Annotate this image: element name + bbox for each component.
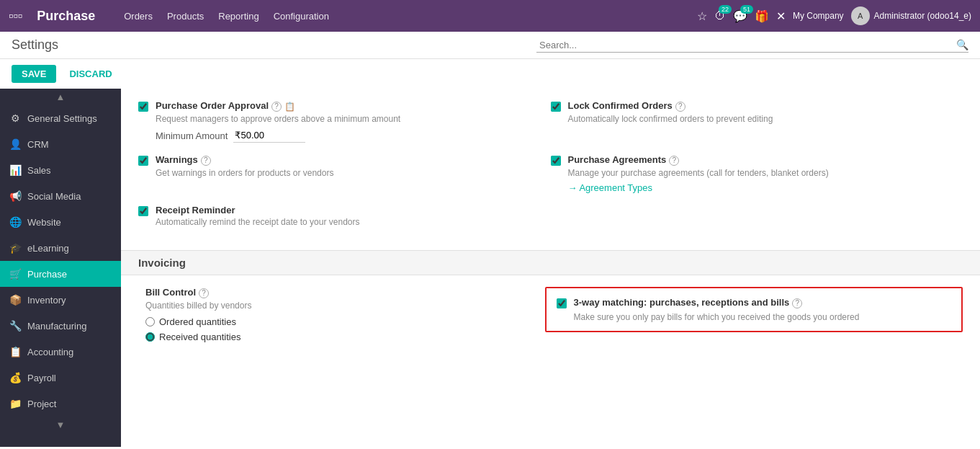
navbar-right: ☆ ⏱ 22 💬 51 🎁 ✕ My Company A Administrat…	[697, 6, 971, 25]
receipt-reminder-label: Receipt Reminder	[156, 205, 235, 215]
sidebar-item-manufacturing[interactable]: 🔧 Manufacturing	[0, 313, 121, 339]
sidebar-item-accounting[interactable]: 📋 Accounting	[0, 339, 121, 365]
bill-control-content: Bill Control ? Quantities billed by vend…	[145, 287, 251, 347]
purchase-agreements-content: Purchase Agreements ? Manage your purcha…	[568, 154, 963, 193]
purchase-order-approval-desc: Request managers to approve orders above…	[156, 114, 551, 124]
search-bar: 🔍	[536, 38, 968, 53]
chat-icon[interactable]: 💬 51	[733, 9, 747, 23]
star-icon[interactable]: ☆	[697, 9, 707, 23]
sidebar-item-inventory[interactable]: 📦 Inventory	[0, 287, 121, 313]
lock-confirmed-orders-help[interactable]: ?	[675, 102, 685, 112]
close-icon[interactable]: ✕	[776, 9, 786, 23]
project-icon: 📁	[9, 397, 22, 410]
radio-ordered-quantities-input[interactable]	[145, 317, 155, 326]
sidebar-item-project[interactable]: 📁 Project	[0, 391, 121, 417]
sidebar-label-crm: CRM	[27, 139, 49, 150]
sidebar-label-project: Project	[27, 399, 56, 409]
sidebar-label-social-media: Social Media	[27, 191, 81, 202]
radio-received-quantities-label: Received quantities	[159, 332, 240, 342]
three-way-matching-help[interactable]: ?	[792, 298, 802, 308]
radio-received-quantities: Received quantities	[145, 332, 251, 342]
sidebar-item-general-settings[interactable]: ⚙ General Settings	[0, 105, 121, 131]
bill-control-options: Ordered quantities Received quantities	[145, 316, 251, 342]
purchase-order-approval-label: Purchase Order Approval	[156, 100, 269, 111]
three-way-matching-content: 3-way matching: purchases, receptions an…	[574, 297, 860, 322]
payroll-icon: 💰	[9, 371, 22, 384]
scroll-up: ▲	[0, 89, 121, 105]
avatar: A	[851, 6, 870, 25]
bill-control-help[interactable]: ?	[199, 288, 209, 298]
radio-received-quantities-input[interactable]	[145, 332, 155, 342]
receipt-reminder-content: Receipt Reminder Automatically remind th…	[156, 205, 551, 227]
warnings-checkbox[interactable]	[138, 156, 148, 166]
invoicing-section-label: Invoicing	[121, 250, 980, 275]
sidebar-label-sales: Sales	[27, 165, 51, 176]
navbar-nav: Orders Products Reporting Configuration	[124, 11, 685, 22]
general-settings-icon: ⚙	[9, 112, 22, 125]
three-way-matching-desc: Make sure you only pay bills for which y…	[574, 312, 860, 322]
form-row-3: Receipt Reminder Automatically remind th…	[138, 205, 963, 227]
sidebar-label-website: Website	[27, 217, 61, 228]
sidebar-label-manufacturing: Manufacturing	[27, 321, 86, 332]
purchase-order-approval-content: Purchase Order Approval ? 📋 Request mana…	[156, 100, 551, 143]
sidebar-item-elearning[interactable]: 🎓 eLearning	[0, 235, 121, 261]
three-way-matching-inner: 3-way matching: purchases, receptions an…	[557, 297, 952, 322]
sidebar-label-elearning: eLearning	[27, 243, 69, 254]
purchase-agreements-checkbox[interactable]	[551, 156, 561, 166]
sidebar-item-crm[interactable]: 👤 CRM	[0, 131, 121, 157]
sidebar-item-social-media[interactable]: 📢 Social Media	[0, 183, 121, 209]
lock-confirmed-orders-content: Lock Confirmed Orders ? Automatically lo…	[568, 100, 963, 124]
bill-control-col: Bill Control ? Quantities billed by vend…	[138, 287, 534, 347]
discard-button[interactable]: DISCARD	[62, 65, 119, 83]
sales-icon: 📊	[9, 164, 22, 177]
website-icon: 🌐	[9, 215, 22, 228]
lock-confirmed-orders-col: Lock Confirmed Orders ? Automatically lo…	[551, 100, 963, 124]
clock-icon[interactable]: ⏱ 22	[714, 9, 726, 22]
warnings-col: Warnings ? Get warnings in orders for pr…	[138, 154, 551, 178]
crm-icon: 👤	[9, 138, 22, 151]
gift-icon[interactable]: 🎁	[755, 9, 769, 23]
invoicing-section: Bill Control ? Quantities billed by vend…	[121, 275, 980, 370]
nav-orders[interactable]: Orders	[124, 11, 153, 22]
sidebar-item-purchase[interactable]: 🛒 Purchase	[0, 261, 121, 287]
accounting-icon: 📋	[9, 345, 22, 358]
invoicing-form-row: Bill Control ? Quantities billed by vend…	[138, 287, 963, 347]
settings-section: Purchase Order Approval ? 📋 Request mana…	[121, 89, 980, 250]
navbar-title: Purchase	[37, 9, 95, 24]
purchase-order-approval-checkbox[interactable]	[138, 102, 148, 112]
manufacturing-icon: 🔧	[9, 319, 22, 332]
bill-control-desc: Quantities billed by vendors	[145, 301, 251, 311]
nav-configuration[interactable]: Configuration	[274, 11, 329, 22]
content-area: Purchase Order Approval ? 📋 Request mana…	[121, 89, 980, 447]
action-bar: SAVE DISCARD	[0, 59, 980, 89]
purchase-order-approval-help[interactable]: ?	[271, 102, 282, 112]
sidebar-item-website[interactable]: 🌐 Website	[0, 209, 121, 235]
app-grid-icon[interactable]: ▫▫▫	[9, 9, 22, 24]
nav-products[interactable]: Products	[167, 11, 204, 22]
three-way-matching-checkbox[interactable]	[557, 298, 567, 308]
purchase-agreements-label: Purchase Agreements	[568, 154, 667, 165]
clipboard-icon: 📋	[284, 102, 295, 112]
warnings-help[interactable]: ?	[201, 156, 211, 166]
search-input[interactable]	[536, 38, 956, 52]
bill-control-label: Bill Control	[145, 287, 196, 298]
company-name[interactable]: My Company	[793, 11, 844, 21]
lock-confirmed-orders-checkbox[interactable]	[551, 102, 561, 112]
form-row-2: Warnings ? Get warnings in orders for pr…	[138, 154, 963, 193]
agreement-types-link[interactable]: → Agreement Types	[568, 182, 653, 193]
receipt-reminder-checkbox[interactable]	[138, 206, 148, 216]
lock-confirmed-orders-desc: Automatically lock confirmed orders to p…	[568, 114, 963, 124]
inventory-icon: 📦	[9, 293, 22, 306]
nav-reporting[interactable]: Reporting	[218, 11, 259, 22]
sidebar-item-payroll[interactable]: 💰 Payroll	[0, 365, 121, 391]
sidebar-label-accounting: Accounting	[27, 347, 73, 357]
lock-confirmed-orders-label: Lock Confirmed Orders	[568, 100, 673, 111]
page-title: Settings	[12, 37, 58, 53]
save-button[interactable]: SAVE	[12, 65, 56, 83]
sidebar-label-purchase: Purchase	[27, 269, 67, 280]
radio-ordered-quantities: Ordered quantities	[145, 316, 251, 327]
min-amount-input[interactable]	[233, 128, 305, 143]
user-name: A Administrator (odoo14_e)	[851, 6, 971, 25]
purchase-agreements-help[interactable]: ?	[669, 156, 679, 166]
sidebar-item-sales[interactable]: 📊 Sales	[0, 157, 121, 183]
